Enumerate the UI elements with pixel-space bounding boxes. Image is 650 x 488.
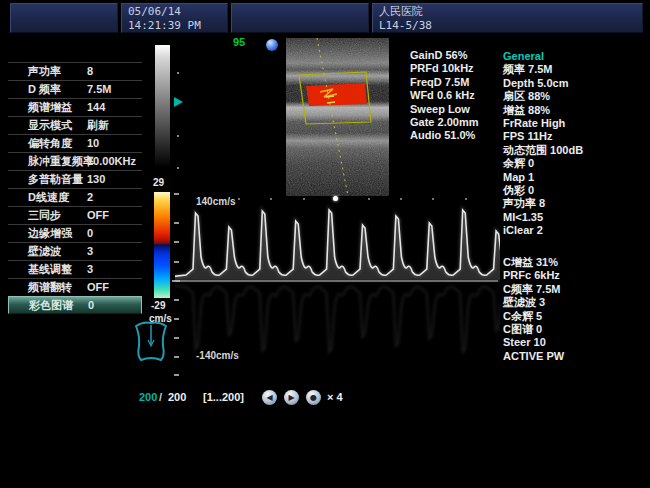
info-line: 伪彩 0 <box>503 184 583 197</box>
velocity-tick <box>174 193 179 195</box>
param-value: 10.00KHz <box>87 153 136 170</box>
cine-prev-button[interactable]: ◀ <box>262 390 277 405</box>
info-line: 频率 7.5M <box>503 63 583 76</box>
colorbar-min-label: -29 <box>151 300 165 311</box>
sample-gate-upper[interactable] <box>326 96 334 97</box>
info-line: 动态范围 100dB <box>503 144 583 157</box>
info-line: 增益 88% <box>503 104 583 117</box>
focus-indicator-icon <box>266 39 278 51</box>
param-row-baseline[interactable]: 基线调整3 <box>8 260 142 278</box>
param-label: 基线调整 <box>28 261 72 278</box>
cine-play-button[interactable]: ▶ <box>284 390 299 405</box>
param-label: 边缘增强 <box>28 225 72 242</box>
param-row-spectrum-gain[interactable]: 频谱增益144 <box>8 98 142 116</box>
section-title: General <box>503 50 583 63</box>
graybar-tick <box>177 167 179 169</box>
speckle-noise <box>286 38 389 196</box>
param-row-wall-filter[interactable]: 壁滤波3 <box>8 242 142 260</box>
doppler-param-line: GainD 56% <box>410 49 478 62</box>
info-line: C余辉 5 <box>503 310 564 323</box>
param-value: 0 <box>88 297 94 314</box>
hospital-name: 人民医院 <box>379 5 423 18</box>
param-label: 脉冲重复频率 <box>28 153 94 170</box>
doppler-param-line: PRFd 10kHz <box>410 62 478 75</box>
param-row-acoustic-power[interactable]: 声功率8 <box>8 62 142 80</box>
cine-slash: / <box>159 391 162 404</box>
param-row-d-frequency[interactable]: D 频率7.5M <box>8 80 142 98</box>
cine-current-frame: 200 <box>139 391 157 404</box>
body-marker-icon[interactable] <box>130 318 172 364</box>
right-panel-color-mode: C增益 31% PRFc 6kHz C频率 7.5M 壁滤波 3 C余辉 5 C… <box>503 256 564 363</box>
info-line: FPS 11Hz <box>503 130 583 143</box>
param-label: 彩色图谱 <box>29 297 73 314</box>
parameter-panel: 声功率8 D 频率7.5M 频谱增益144 显示模式刷新 偏转角度10 脉冲重复… <box>8 62 142 314</box>
info-line: C图谱 0 <box>503 323 564 336</box>
param-value: 144 <box>87 99 105 116</box>
cine-speed: × 4 <box>327 391 343 404</box>
param-value: 0 <box>87 225 93 242</box>
info-line: iClear 2 <box>503 224 583 237</box>
velocity-min-label: -140cm/s <box>196 350 239 361</box>
param-row-prf[interactable]: 脉冲重复频率10.00KHz <box>8 152 142 170</box>
sample-gate-lower[interactable] <box>327 102 335 103</box>
info-line: 扇区 88% <box>503 90 583 103</box>
info-line: 壁滤波 3 <box>503 296 564 309</box>
velocity-max-label: 140cm/s <box>196 196 235 207</box>
param-value: 刷新 <box>87 117 109 134</box>
param-value: OFF <box>87 207 109 224</box>
cine-record-button[interactable]: ● <box>306 390 321 405</box>
gray-map-pointer-icon <box>174 97 183 107</box>
spectrum-envelope <box>175 210 500 277</box>
param-row-triplex[interactable]: 三同步OFF <box>8 206 142 224</box>
info-line: C频率 7.5M <box>503 283 564 296</box>
param-row-display-mode[interactable]: 显示模式刷新 <box>8 116 142 134</box>
param-label: 声功率 <box>28 63 61 80</box>
info-line: 声功率 8 <box>503 197 583 210</box>
param-label: 三同步 <box>28 207 61 224</box>
param-row-steer-angle[interactable]: 偏转角度10 <box>8 134 142 152</box>
active-mode-label: ACTIVE PW <box>503 350 564 363</box>
param-label: 频谱增益 <box>28 99 72 116</box>
info-line: 余辉 0 <box>503 157 583 170</box>
param-row-spectrum-invert[interactable]: 频谱翻转OFF <box>8 278 142 296</box>
param-label: 显示模式 <box>28 117 72 134</box>
spectrum-mirror-ghost <box>175 285 500 352</box>
header-box-empty <box>10 3 118 33</box>
param-value: 10 <box>87 135 99 152</box>
cine-range: [1...200] <box>203 391 244 404</box>
info-line: Depth 5.0cm <box>503 77 583 90</box>
graybar-tick <box>177 72 179 74</box>
param-value: 130 <box>87 171 105 188</box>
grayscale-bar <box>155 45 170 167</box>
header-time: 14:21:39 PM <box>128 19 201 32</box>
right-panel-b-mode: General 频率 7.5M Depth 5.0cm 扇区 88% 增益 88… <box>503 50 583 238</box>
param-value: 8 <box>87 63 93 80</box>
doppler-param-line: Sweep Low <box>410 103 478 116</box>
color-doppler-bar <box>154 192 170 298</box>
doppler-param-line: FreqD 7.5M <box>410 76 478 89</box>
info-line: PRFc 6kHz <box>503 269 564 282</box>
doppler-param-line: WFd 0.6 kHz <box>410 89 478 102</box>
info-line: Map 1 <box>503 171 583 184</box>
graybar-tick <box>177 135 179 137</box>
param-row-d-line-speed[interactable]: D线速度2 <box>8 188 142 206</box>
info-line: MI<1.35 <box>503 211 583 224</box>
param-row-edge-enhance[interactable]: 边缘增强0 <box>8 224 142 242</box>
probe-name: L14-5/38 <box>379 19 432 32</box>
gray-map-value: 95 <box>233 36 245 48</box>
param-label: 多普勒音量 <box>28 171 83 188</box>
info-line: Steer 10 <box>503 336 564 349</box>
param-row-color-map-selected[interactable]: 彩色图谱0 <box>8 296 142 314</box>
info-line: C增益 31% <box>503 256 564 269</box>
header-date: 05/06/14 <box>128 5 181 18</box>
param-row-doppler-volume[interactable]: 多普勒音量130 <box>8 170 142 188</box>
b-mode-image[interactable] <box>286 38 389 196</box>
header-datetime-box: 05/06/1414:21:39 PM <box>121 3 228 33</box>
doppler-param-line: Audio 51.0% <box>410 129 478 142</box>
colorbar-max-label: 29 <box>153 177 164 188</box>
param-value: 2 <box>87 189 93 206</box>
header-patient-box <box>231 3 369 33</box>
param-label: D 频率 <box>28 81 61 98</box>
info-line: FrRate High <box>503 117 583 130</box>
param-label: D线速度 <box>28 189 69 206</box>
